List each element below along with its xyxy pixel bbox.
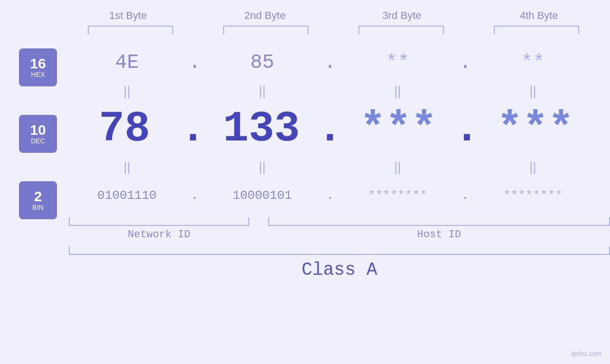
eq2-b2: || xyxy=(204,159,320,175)
equals-row-1: || || || || xyxy=(69,82,591,101)
bracket-b1 xyxy=(88,26,173,34)
bin-number: 2 xyxy=(34,189,42,204)
hex-b4: ** xyxy=(521,51,544,74)
eq2-b1: || xyxy=(69,159,185,175)
dec-number: 10 xyxy=(30,123,46,137)
hex-badge: 16 HEX xyxy=(19,48,57,86)
dec-badge: 10 DEC xyxy=(19,115,57,153)
hex-b3: ** xyxy=(385,51,409,74)
network-bracket xyxy=(69,217,249,226)
dec-row: 78 . 133 . *** . *** xyxy=(69,101,591,158)
host-bracket xyxy=(268,217,610,226)
bin-row: 01001110 . 10000101 . ******** . xyxy=(69,177,591,215)
host-id-label: Host ID xyxy=(268,229,610,241)
hex-dot1: . xyxy=(188,51,200,74)
dec-dot2: . xyxy=(317,105,343,153)
dec-label: DEC xyxy=(31,137,45,145)
hex-b1: 4E xyxy=(115,51,139,74)
hex-label: HEX xyxy=(31,71,45,79)
segment-labels: Network ID Host ID xyxy=(69,229,610,241)
bin-b4: ******** xyxy=(503,188,563,203)
bin-badge: 2 BIN xyxy=(19,181,57,219)
bin-b2: 10000101 xyxy=(233,188,292,203)
byte2-header: 2nd Byte xyxy=(213,9,317,22)
bottom-brackets xyxy=(69,217,610,226)
bin-dot3: . xyxy=(461,188,469,203)
eq1-b4: || xyxy=(475,84,591,99)
dec-b4: *** xyxy=(497,105,574,153)
hex-dot2: . xyxy=(324,51,336,74)
hex-row: 4E . 85 . ** . ** xyxy=(69,44,591,82)
bin-b1: 01001110 xyxy=(97,188,157,203)
eq2-b3: || xyxy=(339,159,456,175)
bin-dot1: . xyxy=(191,188,198,203)
class-label: Class A xyxy=(69,260,610,280)
dec-b3: *** xyxy=(360,105,437,153)
byte4-header: 4th Byte xyxy=(487,9,591,22)
equals-row-2: || || || || xyxy=(69,158,591,177)
eq2-b4: || xyxy=(475,159,591,175)
eq1-b1: || xyxy=(69,84,185,99)
byte1-header: 1st Byte xyxy=(76,9,180,22)
bin-label: BIN xyxy=(32,204,43,212)
bracket-b2 xyxy=(223,26,309,34)
bracket-b4 xyxy=(494,26,579,34)
dec-dot3: . xyxy=(454,105,479,153)
bracket-b3 xyxy=(358,26,444,34)
eq1-b3: || xyxy=(339,84,456,99)
hex-dot3: . xyxy=(459,51,471,74)
dec-dot1: . xyxy=(180,105,206,153)
eq1-b2: || xyxy=(204,84,320,99)
hex-number: 16 xyxy=(30,56,46,71)
dec-b2: 133 xyxy=(223,105,300,153)
network-id-label: Network ID xyxy=(69,229,249,241)
bin-b3: ******** xyxy=(368,188,427,203)
byte3-header: 3rd Byte xyxy=(350,9,454,22)
full-bottom-bracket xyxy=(69,246,610,255)
watermark: ipshu.com xyxy=(571,350,601,357)
hex-b2: 85 xyxy=(250,51,274,74)
bin-dot2: . xyxy=(326,188,334,203)
dec-b1: 78 xyxy=(99,105,150,153)
